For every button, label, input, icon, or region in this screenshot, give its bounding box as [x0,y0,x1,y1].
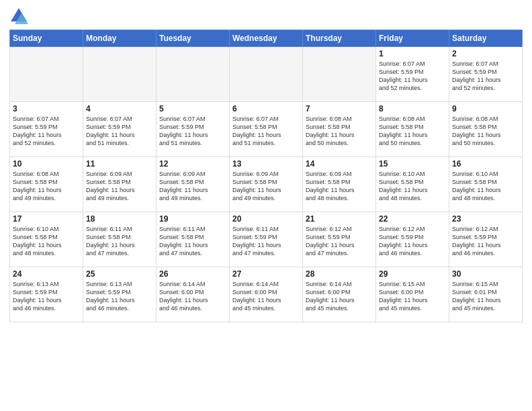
calendar-cell: 12Sunrise: 6:09 AM Sunset: 5:58 PM Dayli… [157,157,230,212]
calendar-cell: 14Sunrise: 6:09 AM Sunset: 5:58 PM Dayli… [303,157,376,212]
calendar-cell: 15Sunrise: 6:10 AM Sunset: 5:58 PM Dayli… [376,157,449,212]
day-info: Sunrise: 6:12 AM Sunset: 5:59 PM Dayligh… [379,225,446,258]
day-info: Sunrise: 6:15 AM Sunset: 6:00 PM Dayligh… [379,280,446,313]
day-number: 20 [232,214,300,224]
calendar-cell: 23Sunrise: 6:12 AM Sunset: 5:59 PM Dayli… [449,212,523,267]
calendar-cell: 13Sunrise: 6:09 AM Sunset: 5:58 PM Dayli… [230,157,303,212]
day-info: Sunrise: 6:14 AM Sunset: 6:00 PM Dayligh… [232,280,300,313]
day-info: Sunrise: 6:08 AM Sunset: 5:58 PM Dayligh… [452,115,519,148]
calendar-cell [230,47,303,102]
day-info: Sunrise: 6:07 AM Sunset: 5:59 PM Dayligh… [13,115,80,148]
day-number: 12 [159,159,226,169]
day-info: Sunrise: 6:07 AM Sunset: 5:59 PM Dayligh… [379,60,446,93]
calendar-cell [83,47,157,102]
calendar-cell: 18Sunrise: 6:11 AM Sunset: 5:58 PM Dayli… [83,212,157,267]
day-number: 3 [13,104,80,113]
weekday-header-tuesday: Tuesday [157,30,230,47]
day-number: 15 [379,159,446,169]
day-number: 27 [232,269,300,279]
day-number: 8 [379,104,446,113]
logo [9,7,30,26]
day-number: 19 [159,214,226,224]
calendar-cell: 27Sunrise: 6:14 AM Sunset: 6:00 PM Dayli… [230,267,303,322]
day-number: 17 [13,214,80,224]
weekday-header-friday: Friday [376,30,449,47]
calendar-cell: 20Sunrise: 6:11 AM Sunset: 5:59 PM Dayli… [230,212,303,267]
calendar-cell: 2Sunrise: 6:07 AM Sunset: 5:59 PM Daylig… [449,47,523,102]
day-info: Sunrise: 6:07 AM Sunset: 5:58 PM Dayligh… [232,115,300,148]
day-info: Sunrise: 6:07 AM Sunset: 5:59 PM Dayligh… [159,115,226,148]
week-row-5: 24Sunrise: 6:13 AM Sunset: 5:59 PM Dayli… [10,267,523,322]
day-info: Sunrise: 6:09 AM Sunset: 5:58 PM Dayligh… [306,170,373,203]
weekday-header-saturday: Saturday [449,30,523,47]
calendar-cell: 9Sunrise: 6:08 AM Sunset: 5:58 PM Daylig… [449,102,523,157]
week-row-3: 10Sunrise: 6:08 AM Sunset: 5:58 PM Dayli… [10,157,523,212]
calendar-cell: 10Sunrise: 6:08 AM Sunset: 5:58 PM Dayli… [10,157,83,212]
day-info: Sunrise: 6:09 AM Sunset: 5:58 PM Dayligh… [232,170,300,203]
day-info: Sunrise: 6:13 AM Sunset: 5:59 PM Dayligh… [13,280,80,313]
day-info: Sunrise: 6:10 AM Sunset: 5:58 PM Dayligh… [452,170,519,203]
day-info: Sunrise: 6:10 AM Sunset: 5:58 PM Dayligh… [379,170,446,203]
header [9,7,523,26]
day-info: Sunrise: 6:08 AM Sunset: 5:58 PM Dayligh… [306,115,373,148]
calendar-cell: 4Sunrise: 6:07 AM Sunset: 5:59 PM Daylig… [83,102,157,157]
day-info: Sunrise: 6:07 AM Sunset: 5:59 PM Dayligh… [86,115,153,148]
day-number: 11 [86,159,153,169]
day-number: 26 [159,269,226,279]
day-number: 2 [452,49,519,58]
weekday-header-thursday: Thursday [303,30,376,47]
calendar-cell [303,47,376,102]
day-info: Sunrise: 6:11 AM Sunset: 5:59 PM Dayligh… [232,225,300,258]
day-number: 21 [306,214,373,224]
week-row-1: 1Sunrise: 6:07 AM Sunset: 5:59 PM Daylig… [10,47,523,102]
week-row-2: 3Sunrise: 6:07 AM Sunset: 5:59 PM Daylig… [10,102,523,157]
calendar-cell: 28Sunrise: 6:14 AM Sunset: 6:00 PM Dayli… [303,267,376,322]
calendar-cell: 3Sunrise: 6:07 AM Sunset: 5:59 PM Daylig… [10,102,83,157]
day-info: Sunrise: 6:07 AM Sunset: 5:59 PM Dayligh… [452,60,519,93]
calendar-cell: 24Sunrise: 6:13 AM Sunset: 5:59 PM Dayli… [10,267,83,322]
calendar-cell: 6Sunrise: 6:07 AM Sunset: 5:58 PM Daylig… [230,102,303,157]
day-info: Sunrise: 6:15 AM Sunset: 6:01 PM Dayligh… [452,280,519,313]
day-number: 10 [13,159,80,169]
day-number: 13 [232,159,300,169]
day-number: 6 [232,104,300,113]
weekday-header-wednesday: Wednesday [230,30,303,47]
day-number: 4 [86,104,153,113]
calendar-cell: 17Sunrise: 6:10 AM Sunset: 5:58 PM Dayli… [10,212,83,267]
day-number: 29 [379,269,446,279]
calendar-cell: 30Sunrise: 6:15 AM Sunset: 6:01 PM Dayli… [449,267,523,322]
day-info: Sunrise: 6:11 AM Sunset: 5:58 PM Dayligh… [86,225,153,258]
calendar-cell: 22Sunrise: 6:12 AM Sunset: 5:59 PM Dayli… [376,212,449,267]
calendar-cell [10,47,83,102]
day-info: Sunrise: 6:11 AM Sunset: 5:58 PM Dayligh… [159,225,226,258]
day-number: 28 [306,269,373,279]
day-info: Sunrise: 6:14 AM Sunset: 6:00 PM Dayligh… [159,280,226,313]
day-number: 24 [13,269,80,279]
calendar-cell: 8Sunrise: 6:08 AM Sunset: 5:58 PM Daylig… [376,102,449,157]
day-number: 18 [86,214,153,224]
day-number: 23 [452,214,519,224]
calendar-cell: 5Sunrise: 6:07 AM Sunset: 5:59 PM Daylig… [157,102,230,157]
day-number: 1 [379,49,446,58]
day-info: Sunrise: 6:10 AM Sunset: 5:58 PM Dayligh… [13,225,80,258]
calendar-cell: 1Sunrise: 6:07 AM Sunset: 5:59 PM Daylig… [376,47,449,102]
page: SundayMondayTuesdayWednesdayThursdayFrid… [0,0,532,411]
day-number: 7 [306,104,373,113]
weekday-header-row: SundayMondayTuesdayWednesdayThursdayFrid… [10,30,523,47]
day-number: 5 [159,104,226,113]
day-info: Sunrise: 6:14 AM Sunset: 6:00 PM Dayligh… [306,280,373,313]
day-info: Sunrise: 6:13 AM Sunset: 5:59 PM Dayligh… [86,280,153,313]
weekday-header-monday: Monday [83,30,157,47]
calendar-cell: 21Sunrise: 6:12 AM Sunset: 5:59 PM Dayli… [303,212,376,267]
calendar-cell: 26Sunrise: 6:14 AM Sunset: 6:00 PM Dayli… [157,267,230,322]
day-info: Sunrise: 6:09 AM Sunset: 5:58 PM Dayligh… [86,170,153,203]
day-number: 16 [452,159,519,169]
calendar-cell: 19Sunrise: 6:11 AM Sunset: 5:58 PM Dayli… [157,212,230,267]
day-number: 9 [452,104,519,113]
calendar-cell: 7Sunrise: 6:08 AM Sunset: 5:58 PM Daylig… [303,102,376,157]
day-number: 30 [452,269,519,279]
day-info: Sunrise: 6:08 AM Sunset: 5:58 PM Dayligh… [13,170,80,203]
day-number: 22 [379,214,446,224]
day-info: Sunrise: 6:08 AM Sunset: 5:58 PM Dayligh… [379,115,446,148]
logo-icon [9,7,28,26]
